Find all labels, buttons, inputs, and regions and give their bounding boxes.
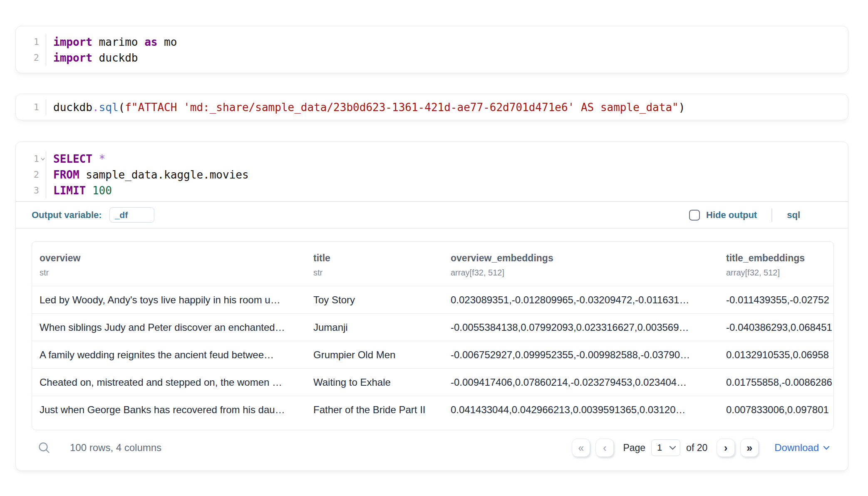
line-number-text: 1 <box>34 154 39 164</box>
column-name: overview_embeddings <box>451 252 711 264</box>
line-number-gutter: 1 2 <box>16 34 46 66</box>
line-number: 2 <box>16 50 46 66</box>
search-icon[interactable] <box>37 441 52 455</box>
column-header-title-embeddings[interactable]: title_embeddings array[f32, 512] <box>719 242 833 286</box>
code-cell-attach-db: 1 duckdb.sql(f"ATTACH 'md:_share/sample_… <box>15 94 848 120</box>
line-number-text: 2 <box>34 169 39 180</box>
table-cell: 0.041433044,0.042966213,0.0039591365,0.0… <box>443 396 719 424</box>
table-cell: -0.011439355,-0.02752 <box>719 286 833 314</box>
language-badge[interactable]: sql <box>787 210 800 221</box>
table-row[interactable]: Led by Woody, Andy's toys live happily i… <box>32 286 833 314</box>
divider <box>771 208 772 222</box>
table-cell: Led by Woody, Andy's toys live happily i… <box>32 286 306 314</box>
table-row[interactable]: Just when George Banks has recovered fro… <box>32 396 833 424</box>
download-label: Download <box>774 442 819 454</box>
column-name: title <box>313 252 436 264</box>
code-line[interactable]: import marimo as mo <box>53 34 848 50</box>
table-cell: -0.009417406,0.07860214,-0.023279453,0.0… <box>443 369 719 396</box>
column-type: array[f32, 512] <box>726 267 826 278</box>
notebook-page: 1 2 import marimo as mo import duckdb 1 … <box>0 0 868 496</box>
column-name: overview <box>40 252 298 264</box>
table-cell: 0.01755858,-0.0086286 <box>719 369 833 396</box>
table-cell: Grumpier Old Men <box>306 341 443 369</box>
line-number-text: 1 <box>34 102 39 112</box>
last-page-button[interactable]: » <box>740 439 759 457</box>
table-cell: When siblings Judy and Peter discover an… <box>32 314 306 341</box>
code-line[interactable]: duckdb.sql(f"ATTACH 'md:_share/sample_da… <box>53 99 848 115</box>
line-number-text: 1 <box>34 37 39 47</box>
page-total-label: of 20 <box>686 442 707 454</box>
code-line[interactable]: SELECT * <box>53 151 848 167</box>
table-header-row: overview str title str overview_embeddin… <box>32 242 833 286</box>
line-number: 2 <box>16 167 46 183</box>
code-line[interactable]: LIMIT 100 <box>53 183 848 198</box>
table-cell: -0.0055384138,0.07992093,0.023316627,0.0… <box>443 314 719 341</box>
table-cell: -0.006752927,0.099952355,-0.009982588,-0… <box>443 341 719 369</box>
pagination: « ‹ Page 1 of 20 › » Download <box>572 439 830 457</box>
table-cell: 0.007833006,0.097801 <box>719 396 833 424</box>
table-cell: Just when George Banks has recovered fro… <box>32 396 306 424</box>
fold-chevron-down-icon[interactable] <box>40 156 46 161</box>
line-number-text: 2 <box>34 52 39 63</box>
table-cell: Cheated on, mistreated and stepped on, t… <box>32 369 306 396</box>
line-number-text: 3 <box>34 185 39 196</box>
row-count-summary: 100 rows, 4 columns <box>70 442 161 454</box>
column-header-overview[interactable]: overview str <box>32 242 306 286</box>
line-number-gutter: 1 <box>16 99 46 115</box>
code-line[interactable]: FROM sample_data.kaggle.movies <box>53 167 848 183</box>
code-editor: 1 2 3 SELECT * FROM sample_data.kaggle.m… <box>16 142 848 201</box>
column-header-overview-embeddings[interactable]: overview_embeddings array[f32, 512] <box>443 242 719 286</box>
divider <box>16 228 848 228</box>
table-row[interactable]: When siblings Judy and Peter discover an… <box>32 314 833 341</box>
chevron-down-icon <box>823 446 830 450</box>
table-cell: 0.023089351,-0.012809965,-0.03209472,-0.… <box>443 286 719 314</box>
first-page-button[interactable]: « <box>572 439 590 457</box>
output-variable-label: Output variable: <box>32 210 102 221</box>
line-number: 1 <box>16 151 46 167</box>
line-number: 3 <box>16 183 46 198</box>
column-type: str <box>313 267 436 278</box>
line-number: 1 <box>16 99 46 115</box>
previous-page-button[interactable]: ‹ <box>595 439 614 457</box>
line-number: 1 <box>16 34 46 50</box>
code-editor: 1 duckdb.sql(f"ATTACH 'md:_share/sample_… <box>16 94 848 120</box>
next-page-button[interactable]: › <box>717 439 735 457</box>
table-cell: 0.0132910535,0.06958 <box>719 341 833 369</box>
table-cell: Jumanji <box>306 314 443 341</box>
code-cell-imports: 1 2 import marimo as mo import duckdb <box>15 26 848 73</box>
download-button[interactable]: Download <box>774 442 830 454</box>
table-row[interactable]: A family wedding reignites the ancient f… <box>32 341 833 369</box>
output-variable-bar: Output variable: Hide output sql <box>16 202 848 228</box>
hide-output-label[interactable]: Hide output <box>706 210 757 221</box>
page-label: Page <box>623 442 645 454</box>
table-footer: 100 rows, 4 columns « ‹ Page 1 of 20 › »… <box>16 433 848 463</box>
results-table: overview str title str overview_embeddin… <box>32 242 833 424</box>
column-type: str <box>40 267 298 278</box>
table-body: Led by Woody, Andy's toys live happily i… <box>32 286 833 424</box>
table-cell: Father of the Bride Part II <box>306 396 443 424</box>
results-table-card: overview str title str overview_embeddin… <box>32 241 834 430</box>
table-cell: Toy Story <box>306 286 443 314</box>
hide-output-checkbox[interactable] <box>689 210 700 221</box>
column-header-title[interactable]: title str <box>306 242 443 286</box>
table-cell: -0.040386293,0.068451 <box>719 314 833 341</box>
sql-cell: 1 2 3 SELECT * FROM sample_data.kaggle.m… <box>15 141 848 471</box>
page-select-value: 1 <box>657 442 669 453</box>
table-cell: Waiting to Exhale <box>306 369 443 396</box>
code-editor: 1 2 import marimo as mo import duckdb <box>16 26 848 74</box>
column-name: title_embeddings <box>726 252 826 264</box>
page-select[interactable]: 1 <box>651 439 680 456</box>
column-type: array[f32, 512] <box>451 267 711 278</box>
code-line[interactable]: import duckdb <box>53 50 848 66</box>
table-row[interactable]: Cheated on, mistreated and stepped on, t… <box>32 369 833 396</box>
chevron-down-icon <box>669 446 676 450</box>
table-cell: A family wedding reignites the ancient f… <box>32 341 306 369</box>
output-variable-input[interactable] <box>109 207 154 223</box>
line-number-gutter: 1 2 3 <box>16 151 46 198</box>
